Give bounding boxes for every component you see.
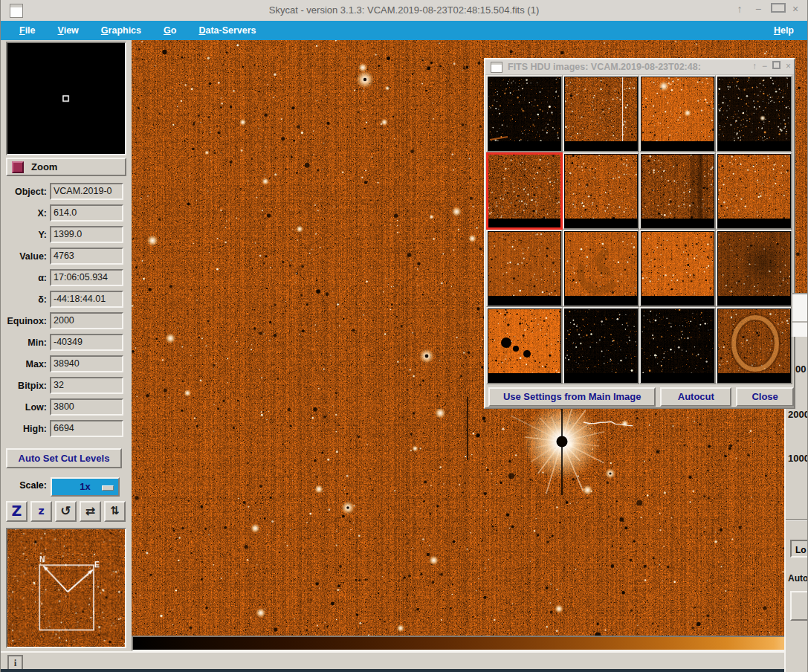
high-field[interactable]: 6694 [50,420,123,437]
hdu-thumbnail-canvas [718,77,790,146]
flip-vertical-icon[interactable]: ⇅ [104,501,126,522]
max-label: Max: [1,357,47,372]
bitpix-field[interactable]: 32 [50,377,123,394]
scale-dropdown[interactable]: 1x [51,477,120,497]
hdu-thumbnail-canvas [718,155,790,223]
auto-set-cut-levels-button[interactable]: Auto Set Cut Levels [6,448,122,468]
hdu-thumbnail-10[interactable] [563,230,639,307]
maximize-icon[interactable] [771,3,783,15]
flip-horizontal-icon[interactable]: ⇄ [80,501,101,522]
hdu-dialog-title: FITS HDU images: VCAM.2019-08-23T02:48: [508,62,701,72]
dec-label: δ: [1,292,47,308]
min-label: Min: [1,335,47,351]
hdu-thumbnail-canvas [641,155,714,223]
scale-value: 1x [80,481,90,492]
hdu-thumbnail-canvas [718,232,790,300]
y-label: Y: [1,227,47,243]
hdu-thumbnail-4[interactable] [716,75,792,152]
hdu-thumbnail-canvas [565,77,637,146]
hdu-thumbnail-7[interactable] [639,152,716,230]
value-label: Value: [1,249,47,265]
equinox-field[interactable]: 2000 [50,312,123,329]
button-fragment[interactable] [790,591,808,621]
auto-label-fragment: Auto [788,573,808,584]
low-entry-fragment[interactable]: Lo [790,540,808,558]
axis-tick: 00 [795,364,806,375]
menu-help[interactable]: Help [768,25,800,36]
info-icon: i [7,655,23,671]
axis-tick: 2000 [788,409,808,420]
cut-levels-plot-fragment [791,293,808,337]
menu-file[interactable]: File [8,25,47,36]
close-icon[interactable]: × [786,61,791,71]
hdu-thumbnail-16[interactable] [716,307,792,384]
x-label: X: [1,206,47,222]
colorbar[interactable] [133,637,807,650]
dec-field[interactable]: -44:18:44.01 [50,291,123,308]
hdu-thumbnail-2[interactable] [563,75,639,152]
maximize-icon[interactable] [772,61,780,71]
hdu-thumbnail-5[interactable] [486,152,563,230]
menu-graphics[interactable]: Graphics [90,25,152,36]
hdu-dialog-icon [491,62,502,73]
hdu-thumbnail-grid [486,75,792,384]
status-bar: i [1,651,807,671]
hdu-thumbnail-canvas [488,155,560,223]
pan-view-canvas[interactable] [6,528,126,648]
bitpix-label: Bitpix: [1,378,47,394]
hdu-dialog-title-bar[interactable]: FITS HDU images: VCAM.2019-08-23T02:48: … [485,59,794,75]
low-field[interactable]: 3800 [50,398,123,416]
object-field[interactable]: VCAM.2019-0 [50,183,123,200]
hdu-thumbnail-9[interactable] [486,230,563,307]
hdu-thumbnail-canvas [488,232,560,300]
hdu-thumbnail-13[interactable] [486,307,563,384]
min-field[interactable]: -40349 [50,334,123,351]
hdu-thumbnail-15[interactable] [639,307,716,384]
zoom-in-button[interactable]: Z [6,501,28,522]
hdu-thumbnail-1[interactable] [486,75,563,152]
zoom-toggle-label: Zoom [31,161,57,172]
app-icon [10,4,23,18]
minimize-icon[interactable]: − [762,61,767,71]
value-field[interactable]: 4763 [50,248,123,265]
x-field[interactable]: 614.0 [50,204,123,222]
menu-bar: File View Graphics Go Data-Servers Help [1,21,807,40]
hdu-thumbnail-6[interactable] [563,152,639,230]
hdu-thumbnail-14[interactable] [563,307,639,384]
scale-label: Scale: [1,480,47,491]
fits-hdu-dialog: FITS HDU images: VCAM.2019-08-23T02:48: … [484,58,795,409]
use-settings-button[interactable]: Use Settings from Main Image [488,387,656,407]
hdu-thumbnail-canvas [641,232,714,300]
left-panel: Zoom Object:VCAM.2019-0 X:614.0 Y:1399.0… [1,40,132,672]
colorbar-frame [132,636,808,651]
high-label: High: [1,421,47,437]
close-button[interactable]: Close [736,387,794,407]
hdu-thumbnail-canvas [565,155,637,223]
zoom-out-button[interactable]: z [30,501,52,522]
low-label: Low: [1,400,47,416]
menu-go[interactable]: Go [152,25,187,36]
hdu-thumbnail-11[interactable] [639,230,716,307]
skycat-window: Skycat - version 3.1.3: VCAM.2019-08-23T… [0,0,808,672]
hdu-thumbnail-canvas [565,309,637,378]
minimize-icon[interactable]: − [752,3,764,15]
max-field[interactable]: 38940 [50,355,123,372]
rotate-icon[interactable]: ↺ [55,501,77,522]
zoom-checkbox-icon[interactable] [12,161,24,173]
menu-view[interactable]: View [47,25,90,36]
shade-icon[interactable]: ↑ [734,3,746,15]
hdu-thumbnail-3[interactable] [639,75,716,152]
hdu-thumbnail-12[interactable] [716,230,792,307]
ra-field[interactable]: 17:06:05.934 [50,269,123,286]
title-bar[interactable]: Skycat - version 3.1.3: VCAM.2019-08-23T… [1,0,807,22]
window-bottom-edge [1,669,807,672]
shade-icon[interactable]: ↑ [752,61,757,71]
hdu-thumbnail-8[interactable] [716,152,792,230]
menu-data-servers[interactable]: Data-Servers [187,25,267,36]
close-icon[interactable]: × [789,3,801,15]
zoom-toggle[interactable]: Zoom [6,158,126,176]
y-field[interactable]: 1399.0 [50,226,123,243]
autocut-button[interactable]: Autocut [660,387,731,407]
hdu-thumbnail-canvas [641,309,714,378]
hdu-thumbnail-canvas [565,232,637,300]
